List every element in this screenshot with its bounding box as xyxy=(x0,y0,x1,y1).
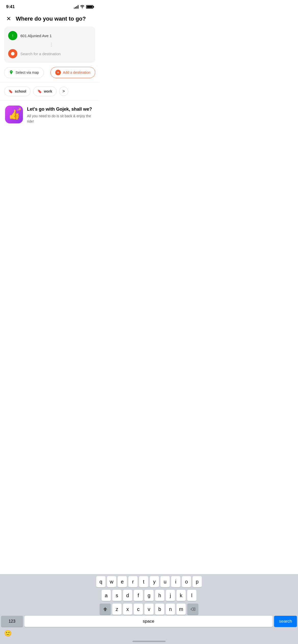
search-container: ↑ 601 Aljunied Ave 1 xyxy=(4,26,95,63)
map-button-label: Select via map xyxy=(16,70,39,75)
destination-search-input[interactable] xyxy=(20,52,91,56)
signal-icon xyxy=(74,5,78,9)
add-destination-label: Add a destination xyxy=(63,70,90,75)
battery-icon xyxy=(86,5,93,9)
promo-banner: 👍 ✨ Let's go with Gojek, shall we? All y… xyxy=(0,100,99,129)
map-icon xyxy=(9,70,13,75)
origin-address: 601 Aljunied Ave 1 xyxy=(20,34,91,38)
sparkles-icon: ✨ xyxy=(17,107,21,111)
route-connector xyxy=(11,42,91,48)
chevron-right-icon: > xyxy=(62,89,65,94)
close-button[interactable]: ✕ xyxy=(5,15,12,22)
destination-row[interactable] xyxy=(8,48,91,60)
destination-dot xyxy=(11,52,15,55)
svg-point-0 xyxy=(82,8,83,8)
origin-icon: ↑ xyxy=(8,31,17,40)
bookmark-work-icon: 🔖 xyxy=(37,89,42,93)
wifi-icon xyxy=(80,5,85,9)
connector-dot xyxy=(51,43,52,43)
connector-dot xyxy=(51,46,52,47)
origin-row: ↑ 601 Aljunied Ave 1 xyxy=(8,30,91,42)
chip-school[interactable]: 🔖 school xyxy=(4,86,31,96)
chip-school-label: school xyxy=(15,89,26,93)
connector-dot xyxy=(51,44,52,45)
status-icons xyxy=(74,5,93,9)
quick-chips: 🔖 school 🔖 work > xyxy=(0,82,99,100)
close-icon: ✕ xyxy=(6,16,11,22)
promo-text: Let's go with Gojek, shall we? All you n… xyxy=(27,106,94,124)
status-bar: 9:41 xyxy=(0,0,99,12)
chip-work-label: work xyxy=(44,89,52,93)
header: ✕ Where do you want to go? xyxy=(0,12,99,26)
promo-title: Let's go with Gojek, shall we? xyxy=(27,107,94,112)
select-via-map-button[interactable]: Select via map xyxy=(4,67,44,78)
more-chips-button[interactable]: > xyxy=(59,87,68,96)
origin-arrow-icon: ↑ xyxy=(12,33,14,38)
page-title: Where do you want to go? xyxy=(16,16,86,22)
add-destination-plus-icon: + xyxy=(55,70,61,75)
status-time: 9:41 xyxy=(6,4,15,9)
promo-icon: 👍 ✨ xyxy=(5,106,23,123)
chip-work[interactable]: 🔖 work xyxy=(33,86,57,96)
promo-subtitle: All you need to do is sit back & enjoy t… xyxy=(27,113,94,124)
add-destination-button[interactable]: + Add a destination xyxy=(50,67,95,78)
action-buttons: Select via map + Add a destination xyxy=(0,63,99,82)
bookmark-icon: 🔖 xyxy=(8,89,13,93)
destination-icon xyxy=(8,49,17,58)
